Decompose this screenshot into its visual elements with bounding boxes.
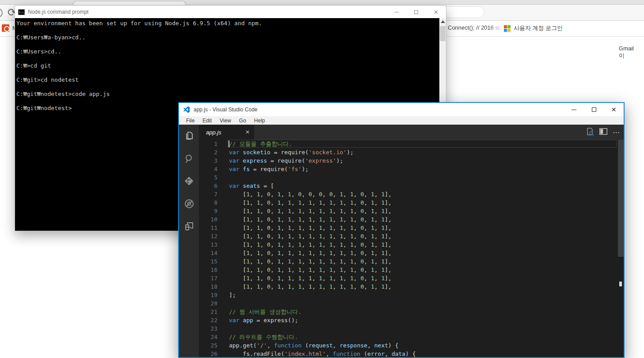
line-number: 19 [199,291,219,299]
console-output: Your environment has been set up for usi… [16,20,262,112]
line-content: [1, 1, 0, 1, 1, 1, 1, 1, 1, 1, 1, 0, 1, … [219,274,392,282]
bookmark-ms-login[interactable]: 사용자 계정 로그인 [504,24,563,32]
tab-appjs[interactable]: app.js ✕ [199,125,254,140]
code-line[interactable]: 2var socketio = require('socket.io'); [199,148,617,156]
code-line[interactable]: 12 [1, 1, 0, 1, 1, 1, 1, 1, 1, 1, 1, 0, … [199,232,617,240]
microsoft-logo-square [507,29,511,32]
debug-icon[interactable] [183,198,195,209]
line-number: 1 [199,140,219,148]
browser-tab-strip [0,0,644,5]
extensions-icon[interactable] [183,221,195,232]
bookmark-connect[interactable]: Connect(); // 2016 sta [448,24,503,31]
line-content: [1, 1, 0, 1, 1, 1, 1, 1, 1, 1, 1, 0, 1, … [219,240,392,249]
bookmark-label: 사용자 계정 로그인 [514,24,563,32]
close-button[interactable]: ✕ [604,103,624,116]
open-preview-icon[interactable] [586,127,594,137]
code-line[interactable]: 3var express = require('express'); [199,156,617,165]
code-line[interactable]: 7 [1, 1, 0, 1, 1, 0, 0, 0, 0, 1, 1, 0, 1… [199,190,617,198]
tab-close-icon[interactable]: ✕ [245,129,250,135]
cmd-window-title: Node.js command prompt [28,9,386,15]
code-line[interactable]: 24// 라우트를 수행합니다. [199,333,617,341]
menu-item-edit[interactable]: Edit [198,118,216,124]
line-number: 2 [199,148,219,156]
line-content: [1, 1, 0, 1, 1, 1, 1, 1, 1, 1, 1, 0, 1, … [219,232,392,240]
line-number: 20 [199,299,219,308]
code-line[interactable]: 14 [1, 1, 0, 1, 1, 1, 1, 1, 1, 1, 1, 0, … [199,249,617,257]
line-number: 15 [199,257,219,266]
line-number: 16 [199,266,219,274]
minimize-icon [394,12,399,12]
code-line[interactable]: 9 [1, 1, 0, 1, 1, 1, 1, 1, 1, 1, 1, 0, 1… [199,207,617,215]
code-line[interactable]: 10 [1, 1, 0, 1, 1, 1, 1, 1, 1, 1, 1, 0, … [199,215,617,224]
source-control-icon[interactable] [183,175,195,187]
line-content: var express = require('express'); [219,156,343,165]
partial-nav-icon[interactable] [0,8,3,18]
code-editor[interactable]: 1// 모듈을 추출합니다.2var socketio = require('s… [199,140,624,357]
line-content: [1, 1, 0, 1, 1, 1, 1, 1, 1, 1, 1, 0, 1, … [219,224,392,232]
code-line[interactable]: 5 [199,173,617,182]
bookmark-label: Connect(); // 2016 sta [448,24,503,31]
code-line[interactable]: 26 fs.readFile('index.html', function (e… [199,350,617,357]
line-number: 6 [199,182,219,190]
line-content: ]; [219,291,236,299]
line-number: 13 [199,240,219,249]
menu-item-view[interactable]: View [216,118,235,124]
code-line[interactable]: 15 [1, 1, 0, 1, 1, 1, 1, 1, 1, 1, 1, 0, … [199,257,617,266]
line-content: [1, 1, 0, 1, 1, 1, 1, 1, 1, 1, 1, 0, 1, … [219,266,392,274]
microsoft-icon [504,25,511,32]
menu-item-file[interactable]: File [182,118,198,124]
code-line[interactable]: 23 [199,324,617,333]
code-line[interactable]: 13 [1, 1, 0, 1, 1, 1, 1, 1, 1, 1, 1, 0, … [199,240,617,249]
vscode-titlebar[interactable]: app.js - Visual Studio Code ✕ [179,103,624,116]
code-line[interactable]: 16 [1, 1, 0, 1, 1, 1, 1, 1, 1, 1, 1, 0, … [199,266,617,274]
menu-item-go[interactable]: Go [235,118,250,124]
close-icon: ✕ [611,107,617,113]
cmd-icon: C:\_ [18,9,25,15]
maximize-button[interactable] [406,6,426,18]
split-editor-icon[interactable] [599,128,607,137]
minimize-icon [572,110,576,110]
code-line[interactable]: 22var app = express(); [199,316,617,324]
cmd-scrollbar-thumb[interactable] [440,26,446,41]
code-line[interactable]: 11 [1, 1, 0, 1, 1, 1, 1, 1, 1, 1, 1, 0, … [199,224,617,232]
vscode-logo-icon [183,106,190,113]
maximize-icon [592,107,596,112]
editor-scrollbar[interactable] [617,140,624,357]
minimize-button[interactable] [564,103,584,116]
line-number: 18 [199,282,219,291]
line-content: var seats = [ [219,182,274,190]
line-number: 10 [199,215,219,224]
code-line[interactable]: 4var fs = require('fs'); [199,165,617,173]
menu-item-help[interactable]: Help [250,118,269,124]
explorer-icon[interactable] [183,130,195,142]
line-content: [1, 1, 0, 1, 1, 1, 1, 1, 1, 1, 1, 0, 1, … [219,215,392,224]
images-link-partial[interactable]: 이 [619,52,625,59]
gmail-link[interactable]: Gmail [619,45,634,52]
editor-scrollbar-thumb[interactable] [618,140,624,257]
code-line[interactable]: 18 [1, 1, 0, 1, 1, 1, 1, 1, 1, 1, 1, 0, … [199,282,617,291]
code-line[interactable]: 8 [1, 1, 0, 1, 1, 1, 1, 1, 1, 1, 1, 0, 1… [199,198,617,207]
line-number: 11 [199,224,219,232]
scroll-up-icon[interactable] [441,20,445,23]
microsoft-logo-square [504,25,507,28]
cmd-titlebar[interactable]: C:\_ Node.js command prompt ✕ [15,6,446,18]
minimize-button[interactable] [386,6,406,18]
code-line[interactable]: 21// 웹 서버를 생성합니다. [199,308,617,316]
line-content: [1, 1, 0, 1, 1, 1, 1, 1, 1, 1, 1, 0, 1, … [219,198,392,207]
code-line[interactable]: 20 [199,299,617,308]
more-actions-icon[interactable]: ⋯ [613,128,620,137]
line-content [219,299,229,308]
maximize-button[interactable] [584,103,604,116]
line-number: 17 [199,274,219,282]
code-line[interactable]: 6var seats = [ [199,182,617,190]
current-line-highlight [227,140,617,148]
code-line[interactable]: 19]; [199,291,617,299]
code-line[interactable]: 1// 모듈을 추출합니다. [199,140,617,148]
code-line[interactable]: 25app.get('/', function (request, respon… [199,341,617,350]
search-icon[interactable] [183,153,195,164]
code-line[interactable]: 17 [1, 1, 0, 1, 1, 1, 1, 1, 1, 1, 1, 0, … [199,274,617,282]
line-content: var app = express(); [219,316,298,324]
line-number: 22 [199,316,219,324]
close-button[interactable]: ✕ [426,6,446,18]
line-content: [1, 1, 0, 1, 1, 1, 1, 1, 1, 1, 1, 0, 1, … [219,249,392,257]
